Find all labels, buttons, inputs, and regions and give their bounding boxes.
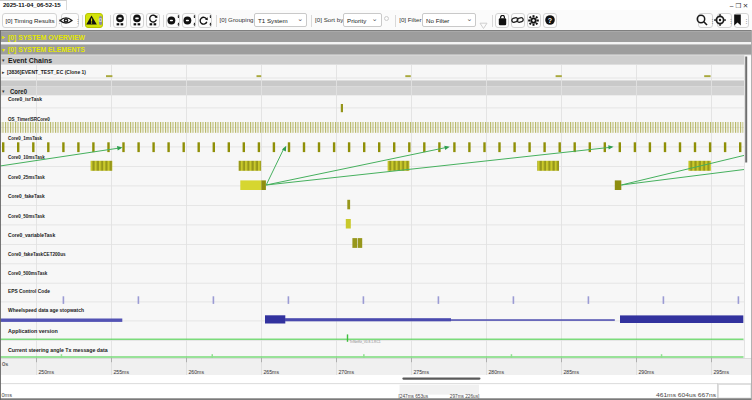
svg-text:Current steering angle Tx mess: Current steering angle Tx message data xyxy=(8,346,108,353)
svg-text:Core0_1msTask: Core0_1msTask xyxy=(8,134,43,141)
svg-text:Core0_fakeTask: Core0_fakeTask xyxy=(8,192,45,199)
svg-text:290ms: 290ms xyxy=(639,369,655,375)
svg-text:Core0_variableTask: Core0_variableTask xyxy=(8,231,56,238)
svg-text:▾: ▾ xyxy=(2,47,5,53)
svg-text:285ms: 285ms xyxy=(564,369,580,375)
svg-text:Core0_25msTask: Core0_25msTask xyxy=(8,173,45,180)
svg-text:0ms: 0ms xyxy=(2,392,13,398)
svg-text:[0] SYSTEM OVERVIEW: [0] SYSTEM OVERVIEW xyxy=(8,33,85,42)
svg-text:▸: ▸ xyxy=(2,34,5,40)
svg-text:[247ms 653us: [247ms 653us xyxy=(399,393,429,399)
svg-text:295ms: 295ms xyxy=(714,369,730,375)
svg-text:260ms: 260ms xyxy=(189,369,205,375)
svg-text:[0] SYSTEM ELEMENTS: [0] SYSTEM ELEMENTS xyxy=(8,45,85,54)
svg-text:Core0_fakeTaskCET200us: Core0_fakeTaskCET200us xyxy=(8,250,66,257)
svg-text:Event Chains: Event Chains xyxy=(8,57,52,64)
svg-text:Application version: Application version xyxy=(8,327,58,334)
svg-text:0s: 0s xyxy=(2,361,8,367)
svg-text:Wheelspeed data age stopwatch: Wheelspeed data age stopwatch xyxy=(8,306,84,313)
svg-text:461ms 604us 667ns: 461ms 604us 667ns xyxy=(656,392,716,398)
svg-text:275ms: 275ms xyxy=(414,369,430,375)
svg-text:255ms: 255ms xyxy=(114,369,130,375)
svg-text:270ms: 270ms xyxy=(339,369,355,375)
svg-text:OS_TimerISRCore0: OS_TimerISRCore0 xyxy=(8,115,50,122)
svg-text:265ms: 265ms xyxy=(264,369,280,375)
svg-text:250ms: 250ms xyxy=(39,369,55,375)
svg-text:TriNetKit_V0.8.1-RC1: TriNetKit_V0.8.1-RC1 xyxy=(350,339,381,344)
svg-text:Core0: Core0 xyxy=(10,88,27,95)
svg-text:Core0_10msTask: Core0_10msTask xyxy=(8,153,45,160)
svg-text:280ms: 280ms xyxy=(489,369,505,375)
svg-text:Core0_50msTask: Core0_50msTask xyxy=(8,212,45,219)
svg-text:?: ? xyxy=(548,17,552,24)
svg-text:Core0_500msTask: Core0_500msTask xyxy=(8,269,48,276)
svg-text:EPS Control Code: EPS Control Code xyxy=(8,287,50,294)
svg-text:297ms 226us]: 297ms 226us] xyxy=(450,393,480,399)
svg-text:Core0_isrTask: Core0_isrTask xyxy=(8,95,43,102)
svg-text:[3836]EVENT_TEST_EC (Clone 1): [3836]EVENT_TEST_EC (Clone 1) xyxy=(7,69,86,75)
